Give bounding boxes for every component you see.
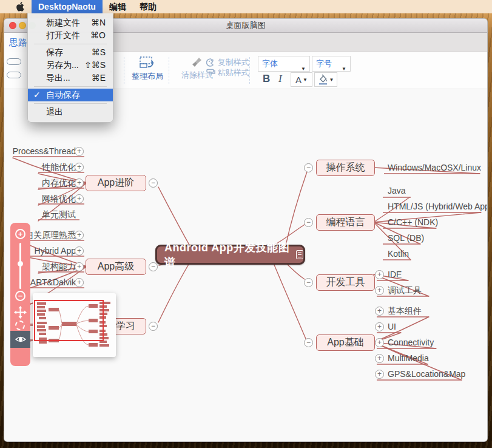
collapse-expander[interactable]: − [304,278,313,287]
pan-mode-button[interactable] [14,306,27,321]
mindmap-branch-node[interactable]: 开发工具 [316,274,375,291]
locate-root-icon[interactable] [15,321,25,330]
chevron-down-icon: ▼ [303,77,308,83]
menu-item-quit[interactable]: 退出 [28,106,113,118]
mindmap-leaf[interactable]: UI [388,321,396,333]
expand-expander[interactable]: + [375,322,384,331]
shortcut: ⌘O [90,29,106,42]
collapse-expander[interactable]: − [304,338,313,347]
paint-bucket-icon [318,74,328,85]
mindmap-leaf[interactable]: 调试工具 [388,284,422,296]
mindmap-leaf[interactable]: Hybrid App [35,245,76,257]
mindmap-leaf[interactable]: MultiMedia [388,352,429,364]
paste-style-button[interactable]: 粘贴样式 [206,67,249,78]
desktop: DesktopNaotu 编辑 帮助 新建文件 ⌘N 打开文件 ⌘O 保存 ⌘S… [0,0,492,448]
font-family-select[interactable]: 字体 ▼ [258,56,310,72]
menu-item-export[interactable]: 导出... ⌘E [28,72,113,84]
mindmap-leaf[interactable]: 内存优化 [42,177,76,189]
close-button[interactable] [9,22,16,29]
menu-item-autosave[interactable]: ✓ 自动保存 [28,89,113,101]
mindmap-leaf[interactable]: 单元测试 [42,208,76,220]
insert-child-node-icon[interactable] [7,72,21,78]
collapse-expander[interactable]: − [304,218,313,227]
mindmap-branch-node[interactable]: App高级 [86,259,146,275]
chevron-down-icon: ▼ [342,62,346,76]
menubar-item-app[interactable]: DesktopNaotu [32,0,103,13]
toolbar-separator [249,57,250,84]
mindmap-leaf[interactable]: Process&Thread [13,145,76,157]
mindmap-leaf[interactable]: 相关原理熟悉 [25,229,76,241]
expand-expander[interactable]: + [75,262,84,271]
arrange-layout-button[interactable]: 整理布局 [127,56,167,82]
mindmap-leaf[interactable]: GPS&Location&Map [388,368,465,380]
menu-separator [34,103,107,104]
expand-expander[interactable]: + [75,147,84,156]
fill-color-button[interactable]: ▼ [314,72,337,87]
eye-icon [15,334,27,344]
file-menu: 新建文件 ⌘N 打开文件 ⌘O 保存 ⌘S 另存为... ⇧⌘S 导出... ⌘… [27,13,113,123]
expand-expander[interactable]: + [75,163,84,172]
mindmap-canvas[interactable]: Android App开发技能图谱 App进阶 App高级 扩展学习 操作系统 … [4,89,488,442]
expand-expander[interactable]: + [75,246,84,256]
mindmap-leaf[interactable]: IDE [388,268,402,280]
menubar-item-help[interactable]: 帮助 [133,0,163,13]
expand-expander[interactable]: + [75,178,84,188]
minimize-button[interactable] [19,22,26,29]
mindmap-leaf[interactable]: SQL (DB) [388,232,424,244]
mindmap-leaf[interactable]: C/C++ (NDK) [388,216,438,228]
mindmap-leaf[interactable]: Java [388,185,406,197]
copy-style-button[interactable]: 复制样式 [206,57,249,68]
expand-expander[interactable]: + [375,307,384,316]
checkmark-icon: ✓ [33,89,41,101]
expand-expander[interactable]: + [375,354,384,363]
menu-item-save-as[interactable]: 另存为... ⇧⌘S [28,59,113,72]
italic-button[interactable]: I [278,73,282,85]
menubar-item-edit[interactable]: 编辑 [103,0,133,13]
palette-icon [206,58,215,67]
brush-icon [191,56,203,68]
expand-expander[interactable]: + [75,278,84,287]
mindmap-leaf[interactable]: 网络优化 [42,192,76,205]
expand-expander[interactable]: + [75,231,84,240]
menu-item-save[interactable]: 保存 ⌘S [28,46,113,59]
expand-expander[interactable]: + [375,270,384,279]
mindmap-branch-node[interactable]: App基础 [316,334,375,351]
move-icon [14,306,27,319]
apple-menu[interactable] [8,0,32,13]
font-size-select[interactable]: 字号 ▼ [312,56,351,72]
expand-expander[interactable]: + [375,338,384,347]
bold-button[interactable]: B [263,73,270,85]
mindmap-leaf[interactable]: ART&Dalvik [30,276,76,288]
menu-separator [34,86,107,87]
mindmap-leaf[interactable]: 性能优化 [42,161,76,173]
mindmap-branch-node[interactable]: App进阶 [86,175,146,191]
mindmap-root-node[interactable]: Android App开发技能图谱 [155,245,305,265]
mindmap-leaf[interactable]: 基本组件 [388,305,422,317]
font-color-button[interactable]: A ▼ [291,72,312,87]
mindmap-branch-node[interactable]: 操作系统 [316,160,375,176]
zoom-out-button[interactable]: − [15,291,25,301]
menu-item-open-file[interactable]: 打开文件 ⌘O [28,29,113,42]
note-icon[interactable] [296,250,303,259]
mindmap-leaf[interactable]: HTML/JS (Hybrid/Web App) [388,200,488,212]
mindmap-leaf[interactable]: Kotlin [388,248,409,260]
collapse-expander[interactable]: − [149,178,158,188]
expand-expander[interactable]: + [75,194,84,203]
toolbar-separator [124,57,124,84]
menu-item-new-file[interactable]: 新建文件 ⌘N [28,16,113,29]
minimap[interactable] [33,293,116,357]
collapse-expander[interactable]: − [149,262,158,271]
zoom-in-button[interactable]: + [15,229,25,239]
collapse-expander[interactable]: − [304,163,313,172]
expand-expander[interactable]: + [375,370,384,379]
insert-sibling-node-icon[interactable] [7,58,21,65]
mindmap-leaf[interactable]: 架构能力 [42,260,76,273]
mindmap-branch-node[interactable]: 编程语言 [316,214,375,231]
expand-expander[interactable]: + [375,286,384,295]
zoom-slider-thumb[interactable] [18,261,23,266]
toggle-minimap-button[interactable] [10,331,30,348]
mindmap-leaf[interactable]: Connectivity [388,336,434,348]
mindmap-leaf[interactable]: Windows/MacOSX/Linux [388,161,481,174]
shortcut: ⌘S [92,46,106,59]
collapse-expander[interactable]: − [149,322,158,331]
